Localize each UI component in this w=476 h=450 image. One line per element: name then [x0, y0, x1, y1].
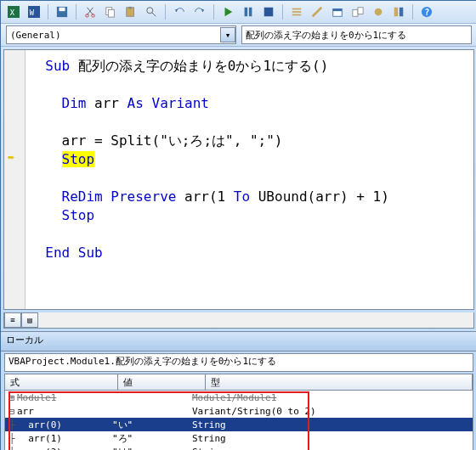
- paste-icon[interactable]: [122, 3, 140, 21]
- tool2-icon[interactable]: [348, 3, 367, 21]
- svg-text:X: X: [10, 8, 15, 17]
- procedure-dropdown[interactable]: 配列の添え字の始まりを0から1にする: [241, 25, 472, 44]
- find-icon[interactable]: [142, 3, 161, 21]
- svg-text:W: W: [30, 8, 35, 17]
- full-view-button[interactable]: ▤: [21, 312, 38, 328]
- svg-rect-17: [292, 11, 302, 13]
- svg-rect-20: [333, 9, 343, 12]
- svg-rect-22: [358, 8, 363, 14]
- svg-rect-21: [353, 9, 358, 16]
- svg-point-23: [375, 8, 382, 16]
- copy-icon[interactable]: [101, 3, 120, 21]
- procedure-dropdown-text: 配列の添え字の始まりを0から1にする: [246, 29, 406, 42]
- object-dropdown-text: (General): [10, 30, 61, 41]
- locals-row[interactable]: ├ arr(1)"ろ"String: [5, 431, 473, 445]
- svg-rect-24: [394, 8, 398, 17]
- tool4-icon[interactable]: [389, 3, 408, 21]
- gutter: ➨: [4, 50, 26, 309]
- undo-icon[interactable]: [170, 3, 189, 21]
- stop-icon[interactable]: [259, 3, 278, 21]
- help-icon[interactable]: ?: [417, 3, 436, 21]
- code-content[interactable]: Sub 配列の添え字の始まりを0から1にする() Dim arr As Vari…: [26, 50, 473, 309]
- cut-icon[interactable]: [81, 3, 99, 21]
- save-icon[interactable]: [53, 3, 71, 21]
- excel-icon[interactable]: X: [4, 3, 23, 21]
- view-switcher: ≡ ▤: [3, 312, 474, 329]
- locals-title: ローカル: [1, 331, 476, 352]
- toggle-icon[interactable]: [308, 3, 326, 21]
- locals-row[interactable]: ⊞Module1Module1/Module1: [5, 391, 473, 404]
- context-box[interactable]: VBAProject.Module1.配列の添え字の始まりを0から1にする: [4, 353, 473, 372]
- header-expr[interactable]: 式: [5, 374, 118, 390]
- svg-rect-9: [108, 9, 114, 17]
- svg-rect-15: [264, 8, 274, 17]
- svg-text:?: ?: [424, 8, 429, 17]
- svg-rect-14: [249, 8, 252, 17]
- svg-rect-11: [128, 7, 132, 9]
- header-val[interactable]: 値: [118, 374, 206, 390]
- tool3-icon[interactable]: [369, 3, 388, 21]
- svg-rect-18: [292, 14, 302, 16]
- breakpoint-highlight: Stop: [62, 151, 95, 167]
- proc-view-button[interactable]: ≡: [4, 312, 21, 328]
- word-icon[interactable]: W: [25, 3, 43, 21]
- locals-panel: 式 値 型 ⊞Module1Module1/Module1⊟arrVariant…: [4, 374, 473, 450]
- locals-row[interactable]: ├ arr(0)"い"String: [5, 418, 473, 431]
- svg-rect-16: [292, 8, 302, 10]
- svg-rect-5: [60, 8, 65, 11]
- toolbar: X W ?: [1, 1, 476, 24]
- current-line-arrow: ➨: [8, 150, 14, 164]
- step-icon[interactable]: [287, 3, 306, 21]
- locals-row[interactable]: ⊟arrVariant/String(0 to 2): [5, 404, 473, 418]
- svg-point-12: [147, 8, 153, 14]
- locals-row[interactable]: └ arr(2)"は"String: [5, 445, 473, 450]
- locals-header: 式 値 型: [5, 374, 473, 391]
- svg-rect-25: [400, 8, 403, 17]
- redo-icon[interactable]: [190, 3, 209, 21]
- object-dropdown[interactable]: (General) ▾: [6, 25, 236, 44]
- svg-rect-13: [245, 8, 248, 17]
- header-type[interactable]: 型: [206, 374, 473, 390]
- pause-icon[interactable]: [239, 3, 258, 21]
- code-editor[interactable]: ➨ Sub 配列の添え字の始まりを0から1にする() Dim arr As Va…: [3, 49, 474, 310]
- chevron-down-icon[interactable]: ▾: [220, 27, 235, 42]
- play-icon[interactable]: [218, 3, 237, 21]
- tool1-icon[interactable]: [328, 3, 347, 21]
